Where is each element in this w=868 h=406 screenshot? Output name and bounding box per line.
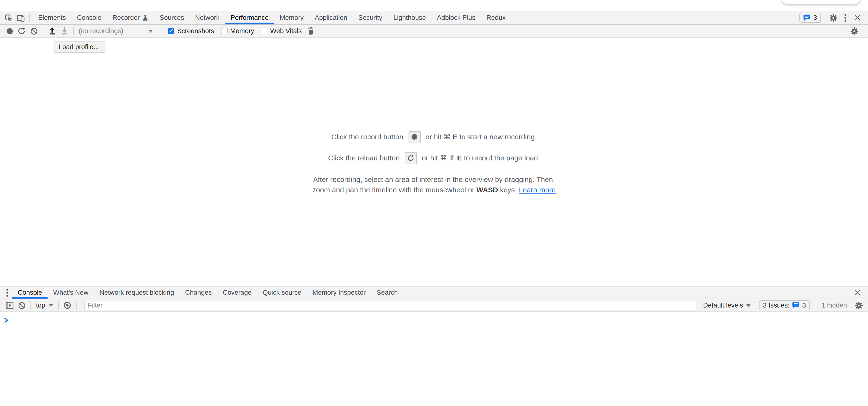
e-key: E (453, 133, 458, 141)
issues-label: 3 Issues: (763, 302, 789, 309)
perf-toolbar-right (842, 27, 865, 35)
console-filter-input[interactable] (84, 301, 696, 310)
checkbox-label: Web Vitals (270, 27, 302, 35)
drawer-tab-whats-new[interactable]: What's New (48, 286, 94, 299)
separator (31, 301, 31, 309)
instruction-text: or hit ⌘ ⇧ E to record the page load. (422, 154, 540, 162)
console-sidebar-icon (5, 302, 13, 309)
separator (76, 301, 77, 309)
record-instruction-line: Click the record button or hit ⌘ E to st… (331, 129, 537, 145)
tab-lighthouse[interactable]: Lighthouse (388, 11, 431, 25)
issues-count: 3 (813, 14, 817, 22)
tab-label: Performance (230, 14, 269, 22)
console-settings-button[interactable] (852, 299, 865, 311)
tab-label: Security (358, 14, 382, 22)
memory-checkbox[interactable]: Memory (221, 27, 254, 35)
drawer-more-tools-button[interactable] (2, 286, 12, 299)
drawer-tabs: Console What's New Network request block… (12, 286, 403, 299)
tab-label: Network (195, 14, 220, 22)
tab-console[interactable]: Console (71, 11, 107, 25)
separator (42, 27, 43, 35)
execution-context-select[interactable]: top (34, 302, 55, 309)
chevron-down-icon (149, 30, 153, 32)
tab-label: Search (377, 289, 398, 296)
recordings-select[interactable]: (no recordings) (79, 27, 153, 35)
close-devtools-button[interactable] (851, 14, 863, 21)
checkbox-checked-icon (168, 28, 175, 34)
wasd-keys: WASD (476, 185, 498, 194)
clear-console-button[interactable] (16, 299, 28, 311)
tab-memory[interactable]: Memory (274, 11, 309, 25)
web-vitals-checkbox[interactable]: Web Vitals (261, 27, 302, 35)
drawer-tab-memory-inspector[interactable]: Memory Inspector (307, 286, 371, 299)
tab-sources[interactable]: Sources (154, 11, 189, 25)
block-icon (30, 27, 37, 35)
chevron-down-icon (49, 304, 53, 307)
console-issues-button[interactable]: 3 Issues: 3 (759, 300, 810, 310)
tab-recorder[interactable]: Recorder (107, 11, 154, 25)
tab-label: Recorder (113, 14, 140, 22)
tab-application[interactable]: Application (309, 11, 353, 25)
more-options-button[interactable] (839, 13, 851, 22)
garbage-collect-button[interactable] (305, 25, 317, 37)
tab-redux[interactable]: Redux (481, 11, 511, 25)
cmd-key-symbol: ⌘ (443, 133, 451, 141)
device-toolbar-button[interactable] (14, 11, 26, 25)
experiment-flask-icon (143, 14, 149, 21)
checkbox-unchecked-icon (261, 28, 268, 34)
drawer-tab-changes[interactable]: Changes (180, 286, 217, 299)
tab-label: Coverage (223, 289, 252, 296)
screenshots-checkbox[interactable]: Screenshots (168, 27, 214, 35)
learn-more-link[interactable]: Learn more (519, 185, 556, 194)
drawer-tab-network-request-blocking[interactable]: Network request blocking (94, 286, 180, 299)
tab-network[interactable]: Network (190, 11, 225, 25)
reload-icon (18, 27, 25, 35)
instruction-text: Click the record button (331, 133, 403, 141)
gear-icon (855, 301, 863, 309)
tab-label: Console (77, 14, 101, 22)
console-messages-area[interactable] (0, 312, 868, 406)
shift-key-symbol: ⇧ (449, 154, 455, 162)
tab-label: Application (315, 14, 347, 22)
record-button[interactable] (3, 25, 16, 37)
issues-counter-button[interactable]: 3 (800, 13, 821, 23)
main-tabbar: Elements Console Recorder Sources Networ… (0, 11, 868, 25)
settings-button[interactable] (827, 13, 839, 22)
tab-label: What's New (53, 289, 88, 296)
separator (812, 301, 813, 309)
checkbox-label: Memory (230, 27, 254, 35)
reload-and-record-button[interactable] (16, 25, 28, 37)
show-console-sidebar-button[interactable] (3, 299, 16, 311)
tab-adblock-plus[interactable]: Adblock Plus (431, 11, 481, 25)
block-icon (18, 302, 25, 309)
recordings-select-value: (no recordings) (79, 27, 123, 35)
instruction-text: Click the reload button (328, 154, 400, 162)
tab-elements[interactable]: Elements (33, 11, 71, 25)
capture-settings-button[interactable] (848, 27, 860, 35)
chevron-down-icon (746, 304, 751, 307)
tab-label: Sources (160, 14, 184, 22)
drawer-tab-console[interactable]: Console (12, 286, 48, 299)
issues-bubble-icon (792, 302, 800, 308)
load-profile-button[interactable] (46, 25, 58, 37)
close-icon (854, 289, 861, 296)
inspect-element-button[interactable] (2, 11, 14, 25)
drawer-tab-quick-source[interactable]: Quick source (257, 286, 307, 299)
separator (756, 301, 756, 309)
drawer-tab-coverage[interactable]: Coverage (217, 286, 257, 299)
log-levels-select[interactable]: Default levels (701, 302, 753, 309)
tab-performance[interactable]: Performance (225, 11, 274, 25)
save-profile-button[interactable] (58, 25, 70, 37)
create-live-expression-button[interactable] (61, 299, 73, 311)
close-drawer-button[interactable] (851, 289, 863, 296)
separator (58, 301, 58, 309)
cmd-key-symbol: ⌘ (440, 154, 447, 162)
tab-security[interactable]: Security (353, 11, 388, 25)
clear-recordings-button[interactable] (28, 25, 40, 37)
browser-popup-overlay (781, 0, 860, 4)
reload-button-depiction (405, 152, 417, 164)
separator (824, 13, 824, 22)
drawer-tab-search[interactable]: Search (371, 286, 403, 299)
tab-label: Console (18, 289, 42, 296)
panel-tabs: Elements Console Recorder Sources Networ… (33, 11, 511, 25)
